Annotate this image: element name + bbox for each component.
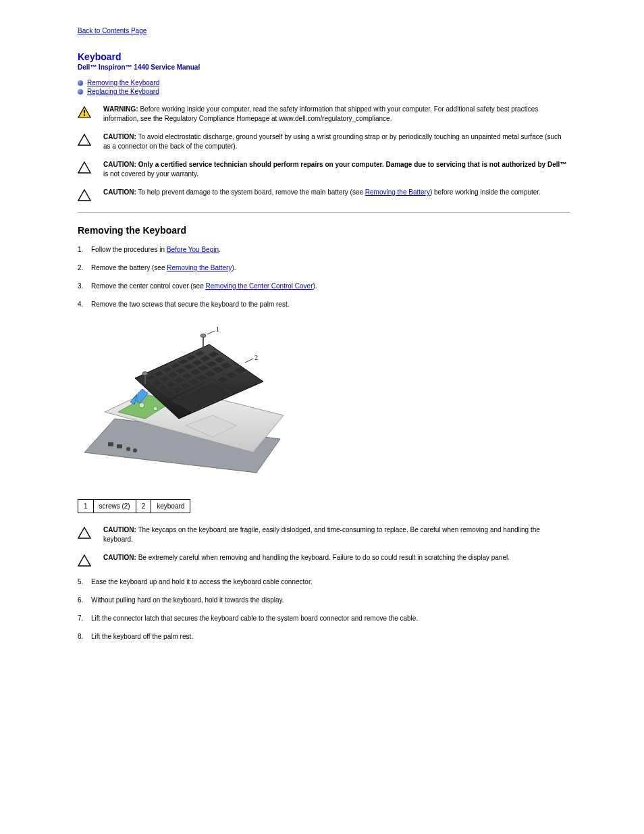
svg-line-13 <box>245 359 253 363</box>
svg-point-7 <box>153 407 157 411</box>
toc-replace-link[interactable]: Replacing the Keyboard <box>87 88 159 95</box>
warning-callout: WARNING: Before working inside your comp… <box>78 105 570 123</box>
svg-rect-2 <box>84 115 85 116</box>
screw-icon <box>200 334 206 348</box>
step-6: 6.Without pulling hard on the keyboard, … <box>78 596 570 604</box>
svg-marker-4 <box>78 162 90 173</box>
svg-point-17 <box>133 448 137 452</box>
back-to-contents-link[interactable]: Back to Contents Page <box>78 27 146 34</box>
removing-center-control-cover-link[interactable]: Removing the Center Control Cover <box>206 282 313 290</box>
parts-cell: screws (2) <box>93 500 136 513</box>
section-title: Removing the Keyboard <box>78 225 570 236</box>
caution-icon <box>78 525 91 540</box>
step-5: 5.Ease the keyboard up and hold it to ac… <box>78 577 570 586</box>
caution-icon <box>78 553 91 568</box>
svg-marker-19 <box>78 555 90 566</box>
caution-technician-callout: CAUTION: Only a certified service techni… <box>78 160 570 178</box>
caution-battery-text: CAUTION: To help prevent damage to the s… <box>103 188 570 197</box>
before-you-begin-link[interactable]: Before You Begin <box>167 246 219 253</box>
svg-marker-5 <box>78 190 90 201</box>
table-of-contents: Removing the Keyboard Replacing the Keyb… <box>78 79 570 95</box>
caution-extra-callout: CAUTION: Be extremely careful when remov… <box>78 553 570 568</box>
step-3: 3.Remove the center control cover (see R… <box>78 282 570 290</box>
figure-label-2: 2 <box>254 354 258 361</box>
step-1: 1.Follow the procedures in Before You Be… <box>78 245 570 254</box>
toc-remove-link[interactable]: Removing the Keyboard <box>87 79 159 86</box>
page-title: Keyboard <box>78 51 570 62</box>
step-2: 2.Remove the battery (see Removing the B… <box>78 263 570 272</box>
svg-line-12 <box>207 331 215 334</box>
parts-cell: 2 <box>136 500 151 513</box>
caution-icon <box>78 160 91 175</box>
svg-point-16 <box>126 447 130 451</box>
step-7: 7.Lift the connector latch that secures … <box>78 614 570 623</box>
warning-icon <box>78 105 91 120</box>
keyboard-figure: 1 2 <box>78 321 570 490</box>
step-8: 8.Lift the keyboard off the palm rest. <box>78 632 570 641</box>
caution-extra-text: CAUTION: Be extremely careful when remov… <box>103 553 570 563</box>
parts-table: 1 screws (2) 2 keyboard <box>78 499 190 513</box>
svg-marker-3 <box>78 134 90 145</box>
caution-icon <box>78 188 91 203</box>
bullet-icon <box>78 80 83 86</box>
svg-point-9 <box>200 334 206 338</box>
figure-label-1: 1 <box>216 325 219 333</box>
removing-battery-link[interactable]: Removing the Battery <box>365 188 430 196</box>
caution-esd-text: CAUTION: To avoid electrostatic discharg… <box>103 132 570 151</box>
svg-marker-18 <box>78 527 90 538</box>
svg-point-11 <box>142 372 148 375</box>
svg-rect-1 <box>84 110 85 113</box>
divider <box>78 212 570 213</box>
caution-technician-text: CAUTION: Only a certified service techni… <box>103 160 570 178</box>
caution-fragile-text: CAUTION: The keycaps on the keyboard are… <box>103 525 570 544</box>
bullet-icon <box>78 89 83 95</box>
step-4: 4.Remove the two screws that secure the … <box>78 300 570 309</box>
warning-text: WARNING: Before working inside your comp… <box>103 105 570 123</box>
manual-title: Dell™ Inspiron™ 1440 Service Manual <box>78 63 570 71</box>
svg-rect-15 <box>117 444 122 448</box>
caution-battery-callout: CAUTION: To help prevent damage to the s… <box>78 188 570 203</box>
svg-rect-14 <box>108 442 113 446</box>
removing-battery-link[interactable]: Removing the Battery <box>167 264 232 271</box>
parts-cell: keyboard <box>151 500 190 513</box>
caution-icon <box>78 132 91 147</box>
caution-esd-callout: CAUTION: To avoid electrostatic discharg… <box>78 132 570 151</box>
parts-cell: 1 <box>78 500 94 513</box>
caution-fragile-callout: CAUTION: The keycaps on the keyboard are… <box>78 525 570 544</box>
